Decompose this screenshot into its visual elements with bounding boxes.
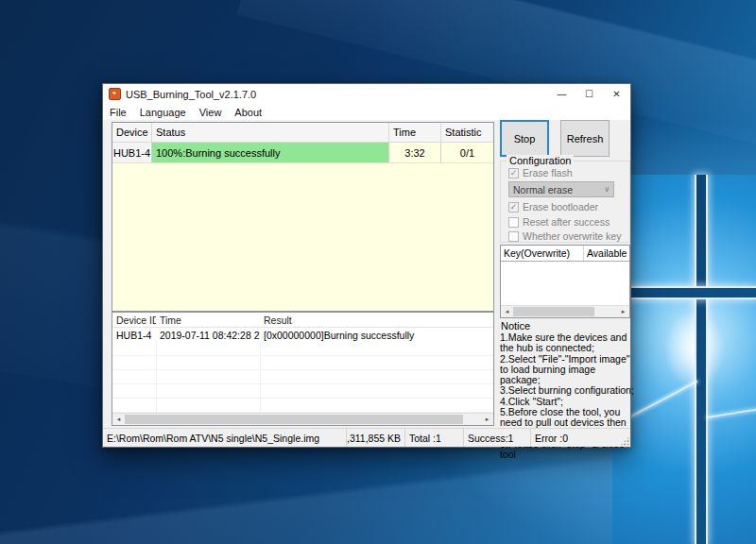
log-column-result[interactable]: Result xyxy=(260,313,493,327)
checkbox-unchecked-icon xyxy=(508,217,519,228)
close-button[interactable]: ✕ xyxy=(603,84,630,104)
stop-button[interactable]: Stop xyxy=(500,120,549,157)
log-row[interactable]: HUB1-4 2019-07-11 08:42:28 282 [0x000000… xyxy=(112,328,493,342)
log-device-id-cell: HUB1-4 xyxy=(112,328,156,342)
status-error-count: Error :0 xyxy=(530,429,630,447)
app-icon xyxy=(109,88,121,100)
status-bar: E:\Rom\Rom\Rom ATV\N5 single\N5_Single.i… xyxy=(103,428,630,447)
column-header-statistic[interactable]: Statistic xyxy=(441,123,493,143)
key-overwrite-table: Key(Overwrite) Available ◂ ▸ xyxy=(500,245,630,318)
title-bar: USB_Burning_Tool_v2.1.7.0 — ☐ ✕ xyxy=(103,84,630,104)
scroll-right-arrow-icon[interactable]: ▸ xyxy=(617,306,629,317)
menu-file[interactable]: File xyxy=(103,104,133,120)
maximize-button[interactable]: ☐ xyxy=(576,84,603,104)
log-result-cell: [0x00000000]Burning successfully xyxy=(260,328,493,342)
key-table-body xyxy=(501,262,629,305)
status-file-path: E:\Rom\Rom\Rom ATV\N5 single\N5_Single.i… xyxy=(103,429,346,447)
configuration-group-title: Configuration xyxy=(507,155,574,166)
whether-overwrite-key-checkbox[interactable]: Whether overwrite key xyxy=(508,230,621,242)
scroll-right-arrow-icon[interactable]: ▸ xyxy=(481,414,493,425)
grid-line xyxy=(260,342,261,413)
column-header-available[interactable]: Available xyxy=(584,246,629,261)
notice-line: 1.Make sure the devices and the hub is c… xyxy=(500,332,634,354)
checkbox-checked-icon: ✓ xyxy=(508,168,519,178)
scrollbar-track[interactable] xyxy=(125,414,481,425)
app-window: USB_Burning_Tool_v2.1.7.0 — ☐ ✕ File Lan… xyxy=(102,83,631,448)
burn-table-header: Device ID Status Time Statistic xyxy=(112,123,493,143)
grid-line xyxy=(156,342,157,413)
window-controls: — ☐ ✕ xyxy=(548,84,630,104)
log-column-time[interactable]: Time xyxy=(156,313,260,327)
menu-about[interactable]: About xyxy=(228,104,268,120)
column-header-device-id[interactable]: Device ID xyxy=(112,123,152,143)
column-header-status[interactable]: Status xyxy=(152,123,389,143)
scrollbar-thumb[interactable] xyxy=(125,415,463,424)
checkbox-checked-icon: ✓ xyxy=(508,202,519,212)
burn-table: Device ID Status Time Statistic HUB1-4 1… xyxy=(112,122,494,312)
log-table-empty-rows xyxy=(112,342,493,413)
status-total-count: Total :1 xyxy=(404,429,463,447)
client-area: Device ID Status Time Statistic HUB1-4 1… xyxy=(103,120,630,428)
burn-progress-cell: 100%:Burning successfully xyxy=(152,143,389,163)
scrollbar-thumb[interactable] xyxy=(513,307,594,316)
log-table-hscrollbar[interactable]: ◂ ▸ xyxy=(112,413,493,425)
key-table-header: Key(Overwrite) Available xyxy=(501,246,629,262)
device-id-cell: HUB1-4 xyxy=(112,143,152,163)
status-file-size: 1,311,855 KB xyxy=(346,429,404,447)
scrollbar-track[interactable] xyxy=(513,306,617,317)
desktop-wallpaper: USB_Burning_Tool_v2.1.7.0 — ☐ ✕ File Lan… xyxy=(0,0,756,544)
time-cell: 3:32 xyxy=(389,143,441,163)
menu-language[interactable]: Language xyxy=(133,104,193,120)
log-table: Device ID Time Result HUB1-4 2019-07-11 … xyxy=(112,312,494,426)
checkbox-unchecked-icon xyxy=(508,231,519,242)
log-table-header: Device ID Time Result xyxy=(112,313,493,328)
menu-bar: File Language View About xyxy=(103,104,630,120)
notice-line: 2.Select "File"-"Import image" to load b… xyxy=(500,354,634,386)
log-time-cell: 2019-07-11 08:42:28 282 xyxy=(156,328,260,342)
notice-title: Notice xyxy=(501,320,530,332)
scroll-left-arrow-icon[interactable]: ◂ xyxy=(112,414,125,425)
window-title: USB_Burning_Tool_v2.1.7.0 xyxy=(126,89,256,100)
scroll-left-arrow-icon[interactable]: ◂ xyxy=(501,306,513,317)
status-success-count: Success:1 xyxy=(463,429,530,447)
log-column-device-id[interactable]: Device ID xyxy=(112,313,156,327)
windows-logo-vertical-bar xyxy=(695,175,708,544)
erase-flash-checkbox: ✓ Erase flash xyxy=(508,167,573,178)
reset-after-success-label: Reset after success xyxy=(523,216,610,228)
dropdown-arrow-icon: ∨ xyxy=(604,185,610,194)
column-header-key-overwrite[interactable]: Key(Overwrite) xyxy=(501,246,584,261)
statistic-cell: 0/1 xyxy=(441,143,493,163)
burn-table-row[interactable]: HUB1-4 100%:Burning successfully 3:32 0/… xyxy=(112,143,493,163)
menu-view[interactable]: View xyxy=(193,104,229,120)
configuration-group: Configuration ✓ Erase flash Normal erase… xyxy=(500,161,630,243)
erase-bootloader-checkbox: ✓ Erase bootloader xyxy=(508,201,598,212)
key-table-hscrollbar[interactable]: ◂ ▸ xyxy=(501,305,629,317)
erase-flash-label: Erase flash xyxy=(523,167,573,178)
erase-mode-value: Normal erase xyxy=(513,184,604,196)
reset-after-success-checkbox[interactable]: Reset after success xyxy=(508,216,610,228)
column-header-time[interactable]: Time xyxy=(389,123,441,143)
refresh-button[interactable]: Refresh xyxy=(560,120,610,157)
minimize-button[interactable]: — xyxy=(548,84,576,104)
erase-bootloader-label: Erase bootloader xyxy=(523,201,598,212)
erase-mode-select: Normal erase ∨ xyxy=(508,181,614,197)
windows-logo-horizontal-bar xyxy=(612,286,756,299)
whether-overwrite-key-label: Whether overwrite key xyxy=(523,230,621,242)
